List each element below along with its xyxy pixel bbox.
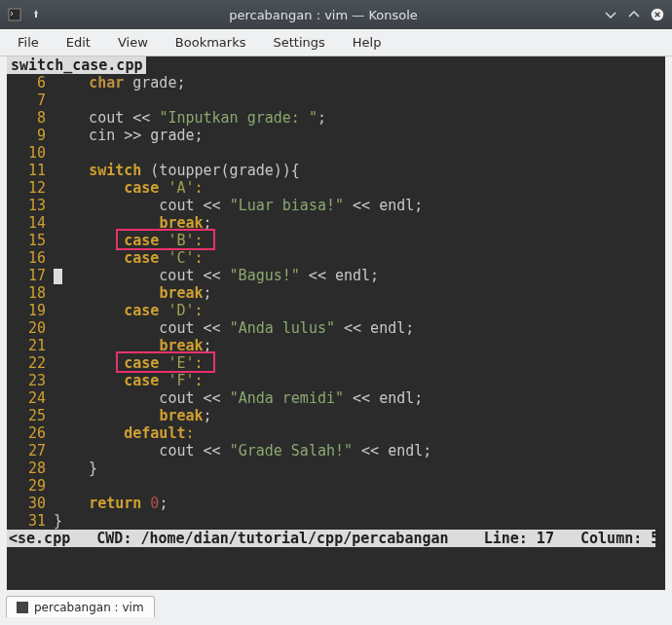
line-number: 29 bbox=[7, 477, 54, 495]
code-line: 19 case 'D': bbox=[7, 302, 665, 319]
code-text: cout << "Luar biasa!" << endl; bbox=[54, 197, 423, 214]
line-number: 17 bbox=[7, 267, 54, 284]
vim-tabline: switch_case.cpp bbox=[7, 56, 665, 74]
code-text: case 'D': bbox=[54, 302, 204, 319]
code-area[interactable]: 6 char grade;78 cout << "Inputkan grade:… bbox=[7, 74, 665, 530]
line-number: 24 bbox=[7, 389, 54, 407]
konsole-tab[interactable]: percabangan : vim bbox=[6, 596, 155, 617]
code-text: cin >> grade; bbox=[54, 127, 204, 144]
menu-bookmarks[interactable]: Bookmarks bbox=[162, 31, 260, 54]
line-number: 28 bbox=[7, 460, 54, 477]
terminal-tab-icon bbox=[17, 602, 28, 613]
konsole-tab-label: percabangan : vim bbox=[34, 601, 144, 614]
scrollbar[interactable] bbox=[655, 74, 665, 570]
line-number: 22 bbox=[7, 354, 54, 372]
code-line: 21 break; bbox=[7, 337, 665, 354]
code-line: 29 bbox=[7, 477, 665, 495]
line-number: 6 bbox=[7, 74, 54, 92]
code-line: 11 switch (toupper(grade)){ bbox=[7, 162, 665, 179]
status-file: <se.cpp bbox=[9, 530, 70, 547]
code-text: cout << "Anda lulus" << endl; bbox=[54, 319, 414, 337]
status-line: 17 bbox=[537, 530, 554, 547]
line-number: 9 bbox=[7, 127, 54, 144]
maximize-icon[interactable] bbox=[627, 8, 641, 21]
code-text: } bbox=[54, 512, 62, 530]
code-line: 20 cout << "Anda lulus" << endl; bbox=[7, 319, 665, 337]
code-line: 6 char grade; bbox=[7, 74, 665, 92]
code-text: } bbox=[54, 460, 97, 477]
line-number: 15 bbox=[7, 232, 54, 249]
menu-help[interactable]: Help bbox=[339, 31, 395, 54]
menu-edit[interactable]: Edit bbox=[53, 31, 104, 54]
code-line: 25 break; bbox=[7, 407, 665, 424]
vim-statusline: <se.cpp CWD: /home/dian/tutorial/cpp/per… bbox=[7, 530, 665, 547]
minimize-icon[interactable] bbox=[604, 8, 617, 21]
code-text: break; bbox=[54, 337, 212, 354]
line-number: 12 bbox=[7, 179, 54, 197]
code-line: 22 case 'E': bbox=[7, 354, 665, 372]
code-line: 28 } bbox=[7, 460, 665, 477]
code-text: break; bbox=[54, 284, 212, 302]
svg-rect-0 bbox=[9, 9, 20, 20]
line-number: 11 bbox=[7, 162, 54, 179]
pin-icon[interactable] bbox=[29, 8, 43, 21]
code-line: 7 bbox=[7, 92, 665, 109]
code-line: 26 default: bbox=[7, 424, 665, 442]
code-text: cout << "Grade Salah!" << endl; bbox=[54, 442, 431, 460]
menu-file[interactable]: File bbox=[4, 31, 53, 54]
code-text: cout << "Bagus!" << endl; bbox=[54, 267, 379, 284]
code-text: char grade; bbox=[54, 74, 185, 92]
line-number: 19 bbox=[7, 302, 54, 319]
code-line: 9 cin >> grade; bbox=[7, 127, 665, 144]
terminal-area[interactable]: switch_case.cpp 6 char grade;78 cout << … bbox=[7, 56, 665, 590]
code-line: 17 cout << "Bagus!" << endl; bbox=[7, 267, 665, 284]
menu-view[interactable]: View bbox=[104, 31, 162, 54]
menu-settings[interactable]: Settings bbox=[259, 31, 338, 54]
text-cursor bbox=[54, 269, 62, 284]
line-number: 13 bbox=[7, 197, 54, 214]
code-text: case 'A': bbox=[54, 179, 204, 197]
code-line: 10 bbox=[7, 144, 665, 162]
line-number: 18 bbox=[7, 284, 54, 302]
line-number: 27 bbox=[7, 442, 54, 460]
code-text: break; bbox=[54, 214, 212, 232]
line-number: 21 bbox=[7, 337, 54, 354]
code-text: cout << "Anda remidi" << endl; bbox=[54, 389, 423, 407]
window-title: percabangan : vim — Konsole bbox=[43, 8, 604, 22]
code-line: 8 cout << "Inputkan grade: "; bbox=[7, 109, 665, 127]
code-line: 16 case 'C': bbox=[7, 249, 665, 267]
line-number: 31 bbox=[7, 512, 54, 530]
line-number: 16 bbox=[7, 249, 54, 267]
code-line: 31} bbox=[7, 512, 665, 530]
line-number: 10 bbox=[7, 144, 54, 162]
konsole-tabbar: percabangan : vim bbox=[0, 590, 672, 617]
code-text: cout << "Inputkan grade: "; bbox=[54, 109, 326, 127]
code-line: 18 break; bbox=[7, 284, 665, 302]
code-line: 12 case 'A': bbox=[7, 179, 665, 197]
line-number: 25 bbox=[7, 407, 54, 424]
close-icon[interactable] bbox=[651, 8, 664, 21]
status-col-label: Column: bbox=[580, 530, 642, 547]
code-line: 24 cout << "Anda remidi" << endl; bbox=[7, 389, 665, 407]
line-number: 7 bbox=[7, 92, 54, 109]
code-text: return 0; bbox=[54, 495, 168, 512]
code-line: 27 cout << "Grade Salah!" << endl; bbox=[7, 442, 665, 460]
status-line-label: Line: bbox=[484, 530, 528, 547]
code-text: case 'B': bbox=[54, 232, 204, 249]
titlebar: percabangan : vim — Konsole bbox=[0, 0, 672, 29]
code-line: 30 return 0; bbox=[7, 495, 665, 512]
code-line: 13 cout << "Luar biasa!" << endl; bbox=[7, 197, 665, 214]
line-number: 26 bbox=[7, 424, 54, 442]
code-text: case 'E': bbox=[54, 354, 204, 372]
terminal-icon bbox=[8, 8, 21, 21]
line-number: 20 bbox=[7, 319, 54, 337]
code-text: case 'C': bbox=[54, 249, 204, 267]
code-text: switch (toupper(grade)){ bbox=[54, 162, 300, 179]
line-number: 8 bbox=[7, 109, 54, 127]
code-text: default: bbox=[54, 424, 195, 442]
vim-tab-filename[interactable]: switch_case.cpp bbox=[7, 56, 146, 74]
status-cwd: /home/dian/tutorial/cpp/percabangan bbox=[140, 530, 448, 547]
code-line: 14 break; bbox=[7, 214, 665, 232]
line-number: 30 bbox=[7, 495, 54, 512]
status-cwd-label: CWD: bbox=[96, 530, 131, 547]
